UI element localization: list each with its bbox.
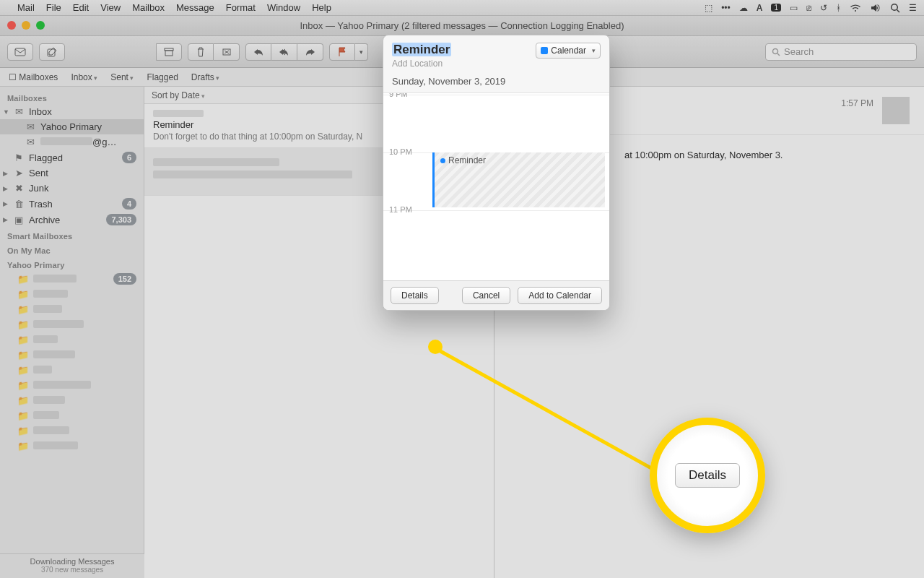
menu-message[interactable]: Message [176,2,214,13]
compose-button[interactable] [39,43,65,61]
sidebar-heading-mailboxes: Mailboxes [0,90,144,104]
badge-icon[interactable]: 1 [771,4,781,12]
display-icon[interactable]: ▭ [790,3,798,13]
sidebar-account-gmail[interactable]: ✉︎@g… [0,134,144,150]
flag-button[interactable] [329,43,355,61]
delete-group [188,43,240,61]
status-detail: 370 new messages [0,566,144,574]
bluetooth-icon[interactable]: ᚼ [836,3,841,13]
folder-icon: 📁 [17,319,29,330]
menu-view[interactable]: View [100,2,121,13]
menu-mailbox[interactable]: Mailbox [132,2,165,13]
sidebar-folder[interactable]: 📁 [0,348,144,363]
reply-button[interactable] [245,43,271,61]
event-title-field[interactable]: Reminder [392,43,451,56]
folder-icon: 📁 [17,395,29,406]
sidebar-folder[interactable]: 📁 [0,332,144,348]
cancel-button[interactable]: Cancel [462,287,510,304]
sidebar-flagged[interactable]: ⚑Flagged6 [0,150,144,165]
junk-button[interactable] [214,43,240,61]
sidebar-folder[interactable]: 📁 [0,423,144,439]
airplay-icon[interactable]: ⎚ [806,3,811,13]
fav-inbox[interactable]: Inbox [71,72,97,82]
window-titlebar: Inbox — Yahoo Primary (2 filtered messag… [0,16,924,36]
wifi-icon[interactable] [850,4,861,12]
svg-rect-5 [165,51,173,56]
sidebar-junk[interactable]: ▶✖︎Junk [0,181,144,196]
chevron-down-icon: ▾ [592,47,596,54]
menu-extras: ⬚ ••• ☁︎ A 1 ▭ ⎚ ↺ ᚼ ☰ [705,3,917,13]
folder-icon: 📁 [17,441,29,452]
sidebar-folder[interactable]: 📁 [0,393,144,408]
timemachine-icon[interactable]: ↺ [820,3,827,13]
menu-file[interactable]: File [46,2,61,13]
menu-help[interactable]: Help [312,2,331,13]
folder-icon: 📁 [17,274,29,285]
sidebar-folder[interactable]: 📁 [0,287,144,302]
fav-sent[interactable]: Sent [110,72,134,82]
menu-window[interactable]: Window [267,2,300,13]
sidebar-account-yahoo[interactable]: ✉︎Yahoo Primary [0,119,144,134]
calendar-event-block[interactable]: Reminder [432,152,605,207]
sent-icon: ➤ [13,168,25,178]
sidebar-folder[interactable]: 📁152 [0,271,144,287]
folder-icon: 📁 [17,380,29,391]
sidebar-inbox[interactable]: ▼✉︎Inbox [0,104,144,119]
cloud-icon[interactable]: ☁︎ [739,3,748,13]
get-mail-button[interactable] [7,43,33,61]
add-to-calendar-popover: Reminder Add Location Calendar ▾ Sunday,… [383,35,610,311]
svg-point-7 [773,48,778,53]
message-time: 1:57 PM [841,98,873,108]
folder-icon: 📁 [17,410,29,421]
sidebar-folder[interactable]: 📁 [0,317,144,332]
details-button[interactable]: Details [391,287,439,304]
event-location-field[interactable]: Add Location [392,59,451,69]
menu-edit[interactable]: Edit [73,2,89,13]
add-to-calendar-button[interactable]: Add to Calendar [518,287,602,304]
sidebar-folder[interactable]: 📁 [0,363,144,378]
archive-button[interactable] [156,43,182,61]
sidebar-folder[interactable]: 📁 [0,408,144,423]
calendar-color-swatch [541,47,548,54]
menu-format[interactable]: Format [226,2,256,13]
fav-drafts[interactable]: Drafts [191,72,220,82]
dots-icon[interactable]: ••• [721,3,731,13]
event-date: Sunday, November 3, 2019 [383,73,609,92]
volume-icon[interactable] [870,4,881,12]
sidebar-folder[interactable]: 📁 [0,302,144,317]
notification-center-icon[interactable]: ☰ [909,3,917,13]
window-minimize-button[interactable] [22,21,30,30]
hour-label: 10 PM [389,147,412,156]
fav-mailboxes[interactable]: ☐ Mailboxes [9,72,58,82]
sidebar-heading-onmymac: On My Mac [0,242,144,256]
sidebar-archive[interactable]: ▶▣Archive7,303 [0,212,144,228]
forward-button[interactable] [297,43,323,61]
flag-menu-button[interactable]: ▾ [355,43,368,61]
folder-icon: 📁 [17,335,29,345]
window-close-button[interactable] [7,21,16,30]
reply-all-button[interactable] [271,43,297,61]
adobe-icon[interactable]: A [757,3,763,13]
window-zoom-button[interactable] [36,21,45,30]
day-timeline[interactable]: 9 PM 10 PM 11 PM Reminder [383,92,609,280]
trash-count-badge: 4 [122,198,136,210]
sender-avatar [882,97,910,124]
delete-button[interactable] [188,43,214,61]
mailbox-icon: ✉︎ [25,121,36,132]
sidebar-folder[interactable]: 📁 [0,439,144,454]
mac-menu-bar: Mail File Edit View Mailbox Message Form… [0,0,924,16]
calendar-select[interactable]: Calendar ▾ [536,43,601,59]
sidebar-trash[interactable]: ▶🗑Trash4 [0,196,144,212]
search-placeholder: Search [784,46,814,57]
sidebar-folder[interactable]: 📁 [0,378,144,393]
spotlight-icon[interactable] [890,3,900,13]
dropbox-icon[interactable]: ⬚ [705,3,712,13]
sidebar-sent[interactable]: ▶➤Sent [0,165,144,181]
sidebar-heading-smart: Smart Mailboxes [0,228,144,242]
trash-icon: 🗑 [13,199,25,210]
fav-flagged[interactable]: Flagged [147,72,178,82]
search-field[interactable]: Search [765,43,917,61]
junk-icon: ✖︎ [13,183,25,194]
menu-app[interactable]: Mail [17,2,35,13]
flag-group: ▾ [329,43,368,61]
